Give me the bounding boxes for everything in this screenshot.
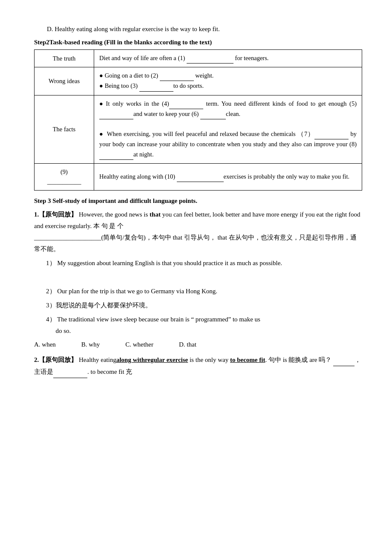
- step3-title: Step 3 Self-study of important and diffi…: [34, 197, 362, 205]
- blank-6[interactable]: [200, 109, 226, 119]
- bullet-icon: ●: [99, 82, 103, 89]
- sub-item-2: [34, 272, 362, 283]
- underline-along-with: along withregular exercise: [116, 356, 188, 363]
- zh-text-1: 本 句 是 个_____________________(简单句/复合句)，本句…: [34, 223, 357, 252]
- sub-item-1: 1） My suggestion about learning English …: [34, 257, 362, 269]
- table-row: (9)___________ Healthy eating along with…: [35, 163, 362, 190]
- blank-7[interactable]: [314, 129, 349, 139]
- point-1-title: 1.【原句回放】 However, the good news is that …: [34, 209, 362, 255]
- step2-title: Step2Task-based reading (Fill in the bla…: [34, 39, 362, 46]
- sub-item-2-text: 2） Our plan for the trip is that we go t…: [34, 286, 362, 297]
- table-row: The facts ●It only works in the (4) term…: [35, 95, 362, 163]
- intro-line: D. Healthy eating along with regular exe…: [34, 26, 362, 33]
- underline-to-become: to become fit: [230, 356, 265, 363]
- row-label-9: (9)___________: [35, 163, 94, 190]
- point-2-bracket: 【原句回放】: [39, 356, 77, 363]
- row-content-wrong: ●Going on a diet to (2) weight. ●Being t…: [94, 67, 362, 95]
- choice-d: D. that: [179, 341, 196, 348]
- blank-1[interactable]: [187, 53, 233, 64]
- table-row: Wrong ideas ●Going on a diet to (2) weig…: [35, 67, 362, 95]
- bullet-icon: ●: [99, 130, 104, 137]
- bullet-icon: ●: [99, 100, 104, 107]
- blank-2[interactable]: [160, 71, 194, 81]
- blank-10[interactable]: [177, 172, 224, 182]
- bullet-icon: ●: [99, 72, 103, 79]
- point-1-num: 1.: [34, 211, 39, 218]
- row-label-facts: The facts: [35, 95, 94, 163]
- blank-3[interactable]: [139, 81, 173, 91]
- row-label-wrong: Wrong ideas: [35, 67, 94, 95]
- sub-item-3: 3）我想说的是每个人都要保护环境。: [34, 300, 362, 311]
- row-content-9: Healthy eating along with (10) exercises…: [94, 163, 362, 190]
- blank-4[interactable]: [169, 99, 203, 109]
- zh-text-2: 句中 is 能换成 are 吗？ ，主语是 . to become fit 充: [34, 356, 361, 375]
- row-content-facts: ●It only works in the (4) term. You need…: [94, 95, 362, 163]
- point-1-block: 1.【原句回放】 However, the good news is that …: [34, 209, 362, 348]
- choice-line: A. when B. why C. whether D. that: [34, 341, 362, 348]
- blank-subject[interactable]: [53, 366, 87, 378]
- reading-table: The truth Diet and way of life are often…: [34, 49, 362, 191]
- blank-5[interactable]: [99, 109, 133, 119]
- row-label-truth: The truth: [35, 50, 94, 67]
- point-2-title: 2.【原句回放】 Healthy eatingalong withregular…: [34, 354, 362, 378]
- row-content-truth: Diet and way of life are often a (1) for…: [94, 50, 362, 67]
- table-row: The truth Diet and way of life are often…: [35, 50, 362, 67]
- choice-b: B. why: [81, 341, 100, 348]
- sub-item-4: 4） The traditional view iswe sleep becau…: [34, 314, 362, 337]
- blank-8[interactable]: [99, 150, 133, 160]
- choice-a: A. when: [34, 341, 56, 348]
- blank-is-are[interactable]: [333, 354, 355, 366]
- point-2-block: 2.【原句回放】 Healthy eatingalong withregular…: [34, 354, 362, 378]
- point-2-num: 2.: [34, 356, 39, 363]
- choice-c: C. whether: [125, 341, 153, 348]
- point-1-bracket: 【原句回放】: [39, 211, 77, 218]
- bold-that: that: [150, 211, 161, 218]
